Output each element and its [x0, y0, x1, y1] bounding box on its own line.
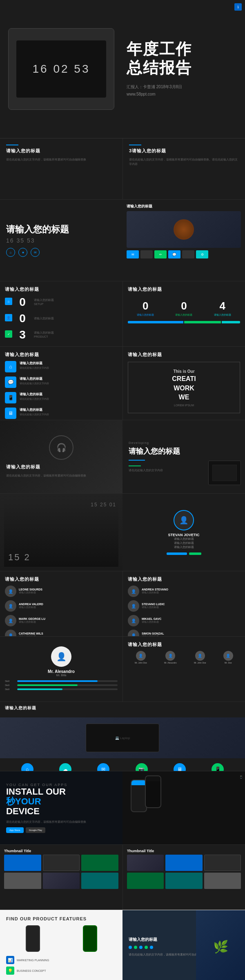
- mini-name-2: Mr. Alesandro: [164, 662, 177, 664]
- thumb-10: [127, 873, 164, 889]
- google-play-btn[interactable]: Google Play: [26, 827, 46, 833]
- thumb-12: [204, 873, 241, 889]
- phone-visuals: [6, 925, 116, 952]
- feature-title-1: 请输入您的标题: [20, 361, 49, 365]
- dot-3: [139, 946, 143, 949]
- creative-sub: LOREM IPSUM: [134, 404, 234, 407]
- stat-right-2: 0 请输入您的标题: [175, 300, 192, 317]
- phone-visual-2: [145, 775, 161, 808]
- mini-avatar-3: 👤: [195, 651, 205, 661]
- thumb-6: [81, 873, 118, 889]
- feature-1: ⌂ 请输入您的标题 请在此处输入您的文字内容: [5, 361, 118, 372]
- app-buttons: App Store Google Play: [6, 827, 116, 833]
- app-store-btn[interactable]: App Store: [6, 827, 24, 833]
- slide-8: 请输入您的标题 👤 LEONE SIGURDS 请输入您的标题 👤 ANDREA…: [0, 571, 245, 636]
- profile-name: STEVAN JOVETIC: [168, 533, 200, 537]
- feat-photo-area: 🌿: [196, 910, 245, 980]
- slide-2: 请输入您的标题 请在此处输入您的文字内容，该模板所有素材均可自由编辑替换 3请输…: [0, 138, 245, 199]
- bar-row-3: Skill: [5, 688, 118, 690]
- section-title-left: 请输入您的标题: [6, 148, 116, 154]
- slide6-left-title: 请输入您的标题: [6, 464, 116, 470]
- feature-title-2: 请输入您的标题: [20, 376, 49, 381]
- team-card-1: 👤 LEONE SIGURDS 请输入您的标题: [5, 586, 118, 597]
- mini-avatar-4: 👤: [223, 651, 233, 661]
- mini-profile-2: 👤 Mr. Alesandro: [164, 651, 177, 664]
- features-right-col: 请输入您的标题 This is Our CREATI WORK WE LOREM…: [122, 347, 245, 420]
- stats-title-right: 请输入您的标题: [128, 286, 240, 292]
- team-info-4: CATHERINE WILS 请输入您的标题: [19, 632, 43, 636]
- slide6-left-sub: 请在此处输入您的文字内容，该模板所有素材均可自由编辑替换: [6, 473, 116, 478]
- feature-text-4: 请输入您的标题 请在此处输入您的文字内容: [20, 408, 49, 416]
- icon-item-4: 📷 Camera: [136, 763, 148, 771]
- thumb-5: [43, 873, 80, 889]
- icon-item-5: 🖥 Monitor: [174, 763, 186, 771]
- team-left-col: 请输入您的标题 👤 LEONE SIGURDS 请输入您的标题 👤 ANDREA…: [0, 571, 122, 636]
- icon-item-1: ⌂ Home: [21, 763, 33, 771]
- avatar-5: 👤: [128, 586, 139, 597]
- icon-phone-circle: 📱: [212, 763, 224, 771]
- slide7-left: 15 2 15 25 01: [0, 494, 122, 571]
- profile-name-lg: Mr. Alesandro: [48, 669, 75, 674]
- feature-2: 💬 请输入您的标题 请在此处输入您的文字内容: [5, 376, 118, 388]
- block-pencil: ✏: [154, 250, 167, 258]
- blue-bar: [129, 460, 145, 461]
- team-name-4: CATHERINE WILS: [19, 632, 43, 635]
- slide3-left: 请输入您的标题 16 35 53 ⌂ ★ ✉: [0, 200, 122, 281]
- team-card-3: 👤 MARK GEORGE LU 请输入您的标题: [5, 615, 118, 626]
- laptop-screen: 16 02 53: [16, 40, 106, 98]
- avatar-7: 👤: [128, 615, 139, 626]
- link-green: [189, 552, 201, 555]
- feature-icon-4: 🖥: [5, 408, 16, 419]
- profile-container: 👤 STEVAN JOVETIC 请输入您的标题 请输入您的标题 请输入您的标题: [167, 500, 201, 565]
- bar-label-3: Skill: [5, 688, 17, 690]
- bg-overlay: 15 2 15 25 01: [4, 498, 118, 567]
- team-info-8: SIMON GONZAL 请输入您的标题: [142, 632, 164, 636]
- slide-1: 16 02 53 年度工作 总结报告 汇报人：卡普浦 2018年3月8日 www…: [0, 0, 245, 138]
- bar-fill-3: [17, 688, 62, 690]
- main-title: 年度工作 总结报告: [127, 40, 237, 77]
- big-avatar: 👤: [51, 646, 71, 667]
- team-role-7: 请输入您的标题: [142, 620, 161, 624]
- thumb-grid-right: [127, 855, 241, 889]
- slide-11: YOU CAN GET OUR APPS INSTALL OUR 秒YOUR D…: [0, 771, 245, 844]
- team-info-3: MARK GEORGE LU 请输入您的标题: [19, 617, 45, 624]
- mini-avatar-1: 👤: [136, 651, 146, 661]
- avatar-2: 👤: [5, 600, 16, 612]
- thumb-left-title: Thumbnail Title: [4, 849, 118, 853]
- block-dark2: [182, 250, 194, 258]
- slide6-left: 🎧 请输入您的标题 请在此处输入您的文字内容，该模板所有素材均可自由编辑替换: [0, 420, 122, 493]
- thumb-8: [165, 855, 202, 871]
- feature-desc-3: 请在此处输入您的文字内容: [20, 397, 49, 401]
- team-info-6: STEVANO LUDIC 请输入您的标题: [142, 603, 165, 609]
- bar-progress: [128, 321, 240, 323]
- feature-desc-1: 请在此处输入您的文字内容: [20, 366, 49, 370]
- team-info-2: ANDREA VALERD 请输入您的标题: [19, 603, 43, 609]
- dot-5: [150, 946, 153, 949]
- thumb-11: [165, 873, 202, 889]
- photo-area: [127, 211, 241, 248]
- team-role-6: 请输入您的标题: [142, 606, 165, 609]
- team-card-2: 👤 ANDREA VALERD 请输入您的标题: [5, 600, 118, 612]
- app-download-left: YOU CAN GET OUR APPS INSTALL OUR 秒YOUR D…: [0, 771, 122, 844]
- block-teal: ⚙: [196, 250, 208, 258]
- feat-item-2: 💡 BUSINESS CONCEPT: [6, 967, 116, 975]
- profile-links: [167, 552, 201, 555]
- laptop-image: 16 02 53: [8, 28, 114, 110]
- dot-2: [134, 946, 137, 949]
- avatar-8: 👤: [128, 630, 139, 636]
- slide7-right: 👤 STEVAN JOVETIC 请输入您的标题 请输入您的标题 请输入您的标题: [122, 494, 245, 571]
- bar-track-1: [17, 680, 118, 682]
- stat-row-2: 👤 0 请输入您的标题: [5, 312, 118, 325]
- team-card-8: 👤 SIMON GONZAL 请输入您的标题: [128, 630, 240, 636]
- slide10-title: 请输入您的标题: [0, 702, 245, 714]
- stat-num-3: 3: [14, 328, 31, 341]
- skill-bars: Skill Skill Skill: [5, 680, 118, 692]
- stat-right-3: 4 请输入您的标题: [214, 300, 231, 317]
- team-name-3: MARK GEORGE LU: [19, 617, 45, 620]
- team-name-7: MIKAEL GAVC: [142, 617, 161, 620]
- team-card-6: 👤 STEVANO LUDIC 请输入您的标题: [128, 600, 240, 612]
- feature-desc-2: 请在此处输入您的文字内容: [20, 382, 49, 385]
- team-title-left: 请输入您的标题: [5, 576, 118, 582]
- feature-icon-1: ⌂: [5, 361, 16, 372]
- slide-12: Thumbnail Title Thumbnail Title: [0, 844, 245, 910]
